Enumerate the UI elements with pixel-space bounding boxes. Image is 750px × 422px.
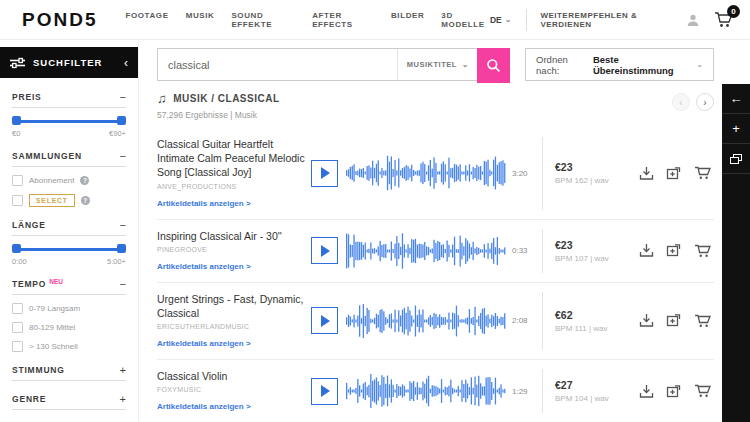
back-button[interactable]: ←: [722, 84, 750, 114]
section-mood: STIMMUNG +: [12, 365, 126, 381]
sort-value: Beste Übereinstimmung: [593, 54, 691, 76]
user-icon[interactable]: [686, 12, 700, 28]
play-button[interactable]: [311, 160, 338, 187]
price-slider-min-handle[interactable]: [12, 116, 21, 125]
pond5-logo[interactable]: POND5: [22, 9, 97, 31]
add-to-cart-icon[interactable]: [694, 165, 712, 181]
length-slider[interactable]: [12, 244, 126, 254]
tempo-medium-checkbox[interactable]: [12, 322, 23, 333]
track-bpm: BPM 162 | wav: [555, 176, 634, 185]
track-artist[interactable]: ANVE_PRODUCTIONS: [157, 183, 309, 190]
referral-link[interactable]: WEITEREMPFEHLEN & VERDIENEN: [540, 11, 672, 29]
download-icon[interactable]: [639, 243, 654, 258]
track-price: €62: [555, 309, 634, 321]
play-icon: [321, 315, 330, 327]
play-button[interactable]: [311, 237, 338, 264]
length-min-label: 0:00: [12, 257, 27, 266]
track-price: €23: [555, 239, 634, 251]
price-slider[interactable]: [12, 116, 126, 126]
help-icon[interactable]: ?: [81, 196, 90, 205]
collapse-section-icon[interactable]: −: [120, 280, 126, 288]
collapse-sidebar-icon[interactable]: ‹: [124, 56, 128, 70]
add-button[interactable]: +: [722, 114, 750, 144]
expand-section-icon[interactable]: +: [120, 366, 126, 374]
play-button[interactable]: [311, 307, 338, 334]
nav-footage[interactable]: FOOTAGE: [125, 11, 168, 29]
add-to-cart-icon[interactable]: [694, 243, 712, 259]
add-to-collection-icon[interactable]: [666, 166, 682, 181]
nav-musik[interactable]: MUSIK: [186, 11, 215, 29]
add-to-cart-icon[interactable]: [694, 313, 712, 329]
add-to-collection-icon[interactable]: [666, 384, 682, 399]
collapse-section-icon[interactable]: −: [120, 152, 126, 160]
search-button[interactable]: [477, 48, 510, 83]
result-count: 57,296 Ergebnisse | Musik: [157, 110, 714, 120]
play-button[interactable]: [311, 378, 338, 405]
copy-icon[interactable]: [722, 144, 750, 174]
filter-icon: [10, 57, 25, 69]
chevron-down-icon: ⌄: [462, 60, 469, 69]
select-collection-checkbox[interactable]: [12, 195, 23, 206]
tempo-fast-checkbox[interactable]: [12, 341, 23, 352]
track-title[interactable]: Classical Violin: [157, 369, 309, 383]
cart-count-badge: 0: [727, 5, 740, 18]
neu-tag: NEU: [49, 278, 63, 285]
price-min-label: €0: [12, 129, 20, 138]
tempo-slow-checkbox[interactable]: [12, 303, 23, 314]
sort-dropdown[interactable]: Ordnen nach: Beste Übereinstimmung ⌄: [525, 48, 714, 81]
results-main: MUSIKTITEL ⌄ Ordnen nach: Beste Übereins…: [139, 40, 750, 422]
expand-section-icon[interactable]: +: [120, 395, 126, 403]
filter-sidebar: SUCHFILTER ‹ PREIS − €0 €90+: [0, 40, 139, 422]
section-length: LÄNGE − 0:00 5:00+: [12, 220, 126, 266]
next-page-button[interactable]: ›: [696, 93, 714, 111]
length-slider-min-handle[interactable]: [12, 244, 21, 253]
language-selector[interactable]: DE ⌄: [490, 15, 512, 25]
track-title[interactable]: Urgent Strings - Fast, Dynamic, Classica…: [157, 292, 309, 320]
waveform[interactable]: [346, 233, 506, 269]
download-icon[interactable]: [639, 166, 654, 181]
length-slider-max-handle[interactable]: [117, 244, 126, 253]
chevron-down-icon: ⌄: [505, 15, 512, 24]
track-details-link[interactable]: Artikeldetails anzeigen >: [157, 262, 251, 271]
breadcrumb: ♫ MUSIK / CLASSICAL: [157, 91, 714, 106]
nav-bilder[interactable]: BILDER: [391, 11, 424, 29]
search-scope-dropdown[interactable]: MUSIKTITEL ⌄: [397, 49, 478, 80]
search-icon: [486, 58, 501, 73]
track-title[interactable]: Inspiring Classical Air - 30'': [157, 229, 309, 243]
track-artist[interactable]: FOXYMUSIC: [157, 386, 309, 393]
add-to-collection-icon[interactable]: [666, 313, 682, 328]
track-details-link[interactable]: Artikeldetails anzeigen >: [157, 199, 251, 208]
download-icon[interactable]: [639, 384, 654, 399]
collapse-section-icon[interactable]: −: [120, 221, 126, 229]
track-duration: 3:20: [512, 169, 532, 178]
search-input[interactable]: [158, 49, 397, 80]
track-artist[interactable]: PINEGROOVE: [157, 246, 309, 253]
add-to-cart-icon[interactable]: [694, 383, 712, 399]
download-icon[interactable]: [639, 313, 654, 328]
track-details-link[interactable]: Artikeldetails anzeigen >: [157, 339, 251, 348]
add-to-collection-icon[interactable]: [666, 243, 682, 258]
price-slider-max-handle[interactable]: [117, 116, 126, 125]
track-title[interactable]: Classical Guitar Heartfelt Intimate Calm…: [157, 137, 309, 180]
tempo-slow-label: 0-79 Langsam: [29, 304, 80, 313]
waveform[interactable]: [346, 303, 506, 339]
abonnement-checkbox[interactable]: [12, 175, 23, 186]
select-badge: SELECT: [29, 194, 75, 207]
track-artist[interactable]: ERICSUTHERLANDMUSIC: [157, 323, 309, 330]
collapse-section-icon[interactable]: −: [120, 93, 126, 101]
waveform[interactable]: [346, 373, 506, 409]
help-icon[interactable]: ?: [80, 176, 89, 185]
section-collections-title: SAMMLUNGEN: [12, 151, 82, 161]
nav-after-effects[interactable]: AFTER EFFECTS: [312, 11, 374, 29]
search-box: MUSIKTITEL ⌄: [157, 48, 510, 81]
header-divider: [526, 9, 527, 31]
track-details-link[interactable]: Artikeldetails anzeigen >: [157, 402, 251, 411]
nav-3d-modelle[interactable]: 3D MODELLE: [441, 11, 490, 29]
filter-sidebar-header[interactable]: SUCHFILTER ‹: [0, 47, 138, 78]
waveform[interactable]: [346, 155, 506, 191]
nav-sound-effekte[interactable]: SOUND EFFEKTE: [231, 11, 295, 29]
main-nav: FOOTAGE MUSIK SOUND EFFEKTE AFTER EFFECT…: [125, 11, 490, 29]
tempo-medium-label: 80-129 Mittel: [29, 323, 75, 332]
prev-page-button[interactable]: ‹: [672, 93, 690, 111]
cart-button[interactable]: 0: [714, 11, 734, 29]
